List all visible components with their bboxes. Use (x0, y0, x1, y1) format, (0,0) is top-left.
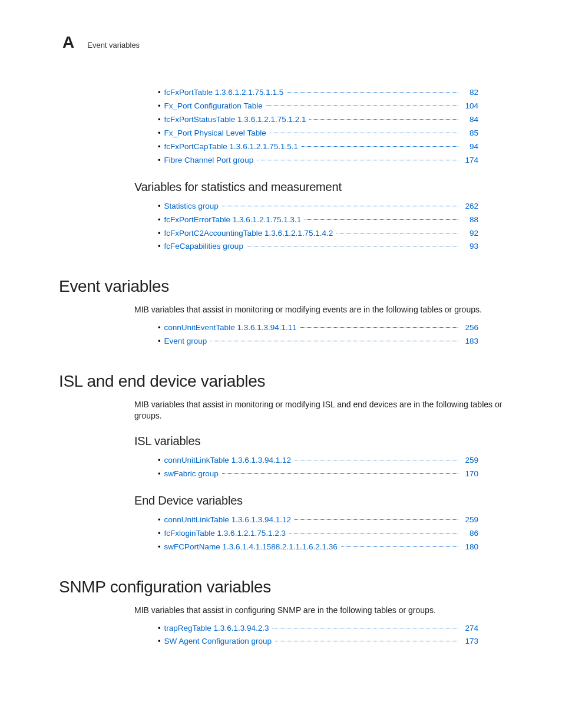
toc-link[interactable]: Fx_Port Physical Level Table (164, 127, 266, 140)
toc-item: •connUnitLinkTable 1.3.6.1.3.94.1.12259 (158, 454, 503, 467)
toc-page-number[interactable]: 274 (462, 622, 503, 635)
toc-link[interactable]: SW Agent Configuration group (164, 635, 272, 648)
toc-page-number[interactable]: 262 (462, 200, 503, 213)
toc-item: •Fx_Port Physical Level Table85 (158, 127, 503, 140)
isl-heading: ISL and end device variables (59, 372, 503, 391)
leader-dots (295, 460, 458, 460)
bullet-icon: • (158, 541, 161, 554)
leader-dots (287, 92, 458, 93)
leader-dots (266, 106, 458, 106)
toc-item: •fcFxPortCapTable 1.3.6.1.2.1.75.1.5.194 (158, 140, 503, 154)
toc-page-number[interactable]: 256 (462, 321, 503, 335)
toc-item: •connUnitEventTable 1.3.6.1.3.94.1.11256 (158, 321, 503, 335)
toc-page-number[interactable]: 180 (462, 541, 503, 554)
bullet-icon: • (158, 140, 161, 153)
toc-page-number[interactable]: 82 (462, 86, 503, 100)
toc-page-number[interactable]: 93 (462, 240, 503, 253)
toc-page-number[interactable]: 170 (462, 467, 503, 481)
toc-page-number[interactable]: 183 (462, 335, 503, 348)
toc-link[interactable]: Event group (164, 335, 207, 348)
toc-page-number[interactable]: 259 (462, 454, 503, 467)
toc-link[interactable]: Statistics group (164, 200, 219, 213)
leader-dots (341, 546, 458, 547)
bullet-icon: • (158, 113, 161, 126)
toc-item: •Event group183 (158, 335, 503, 348)
toc-item: •fcFxPortStatusTable 1.3.6.1.2.1.75.1.2.… (158, 113, 503, 127)
leader-dots (272, 628, 458, 628)
bullet-icon: • (158, 467, 161, 480)
snmp-para: MIB variables that assist in configuring… (134, 605, 503, 616)
toc-link[interactable]: fcFxPortStatusTable 1.3.6.1.2.1.75.1.2.1 (164, 113, 306, 127)
section-letter: A (62, 34, 74, 51)
toc-link[interactable]: connUnitLinkTable 1.3.6.1.3.94.1.12 (164, 513, 291, 527)
toc-page-number[interactable]: 94 (462, 140, 503, 154)
toc-item: •SW Agent Configuration group173 (158, 635, 503, 648)
toc-item: •connUnitLinkTable 1.3.6.1.3.94.1.12259 (158, 513, 503, 527)
event-para: MIB variables that assist in monitoring … (134, 304, 503, 315)
toc-page-number[interactable]: 84 (462, 113, 503, 127)
page: A Event variables •fcFxPortTable 1.3.6.1… (0, 0, 562, 728)
toc-item: •swFCPortName 1.3.6.1.4.1.1588.2.1.1.1.6… (158, 541, 503, 554)
bullet-icon: • (158, 513, 161, 526)
bullet-icon: • (158, 635, 161, 648)
snmp-heading: SNMP configuration variables (59, 578, 503, 597)
bullet-icon: • (158, 86, 161, 99)
leader-dots (275, 641, 458, 641)
toc-link[interactable]: connUnitLinkTable 1.3.6.1.3.94.1.12 (164, 454, 291, 467)
toc-page-number[interactable]: 174 (462, 154, 503, 167)
toc-page-number[interactable]: 85 (462, 127, 503, 140)
toc-page-number[interactable]: 88 (462, 213, 503, 227)
toc-link[interactable]: trapRegTable 1.3.6.1.3.94.2.3 (164, 622, 269, 635)
leader-dots (289, 533, 458, 533)
toc-link[interactable]: connUnitEventTable 1.3.6.1.3.94.1.11 (164, 321, 297, 335)
bullet-icon: • (158, 227, 161, 240)
toc-item: •trapRegTable 1.3.6.1.3.94.2.3274 (158, 622, 503, 635)
toc-list: •Statistics group262•fcFxPortErrorTable … (158, 200, 503, 254)
toc-item: •fcFxPortC2AccountingTable 1.3.6.1.2.1.7… (158, 227, 503, 241)
toc-page-number[interactable]: 104 (462, 100, 503, 113)
toc-link[interactable]: fcFeCapabilities group (164, 240, 243, 253)
toc-page-number[interactable]: 173 (462, 635, 503, 648)
toc-link[interactable]: fcFxloginTable 1.3.6.1.2.1.75.1.2.3 (164, 527, 286, 541)
event-heading: Event variables (59, 277, 503, 296)
toc-link[interactable]: swFCPortName 1.3.6.1.4.1.1588.2.1.1.1.6.… (164, 541, 338, 554)
toc-link[interactable]: fcFxPortCapTable 1.3.6.1.2.1.75.1.5.1 (164, 140, 298, 154)
toc-list: •connUnitLinkTable 1.3.6.1.3.94.1.12259•… (158, 513, 503, 554)
leader-dots (309, 119, 458, 120)
toc-item: •fcFxPortTable 1.3.6.1.2.1.75.1.1.582 (158, 86, 503, 100)
toc-list: •connUnitEventTable 1.3.6.1.3.94.1.11256… (158, 321, 503, 348)
toc-item: •Statistics group262 (158, 200, 503, 213)
snmp-block: MIB variables that assist in configuring… (134, 605, 503, 649)
bullet-icon: • (158, 622, 161, 635)
bullet-icon: • (158, 321, 161, 334)
toc-page-number[interactable]: 86 (462, 527, 503, 541)
toc-link[interactable]: Fx_Port Configuration Table (164, 100, 263, 113)
toc-page-number[interactable]: 259 (462, 513, 503, 527)
bullet-icon: • (158, 127, 161, 140)
breadcrumb: Event variables (87, 41, 140, 50)
toc-link[interactable]: fcFxPortTable 1.3.6.1.2.1.75.1.1.5 (164, 86, 284, 100)
top-list-block: •fcFxPortTable 1.3.6.1.2.1.75.1.1.582•Fx… (134, 86, 503, 253)
leader-dots (270, 133, 458, 133)
bullet-icon: • (158, 527, 161, 540)
toc-item: •swFabric group170 (158, 467, 503, 481)
toc-link[interactable]: swFabric group (164, 467, 219, 481)
bullet-icon: • (158, 154, 161, 167)
isl-sub2-heading: End Device variables (134, 494, 503, 508)
leader-dots (302, 146, 458, 147)
toc-page-number[interactable]: 92 (462, 227, 503, 241)
isl-sub1-heading: ISL variables (134, 434, 503, 448)
leader-dots (300, 327, 458, 328)
toc-item: •fcFeCapabilities group93 (158, 240, 503, 253)
bullet-icon: • (158, 200, 161, 213)
isl-block: MIB variables that assist in monitoring … (134, 399, 503, 554)
bullet-icon: • (158, 213, 161, 226)
toc-link[interactable]: fcFxPortC2AccountingTable 1.3.6.1.2.1.75… (164, 227, 333, 241)
leader-dots (305, 219, 458, 220)
bullet-icon: • (158, 335, 161, 348)
toc-list: •trapRegTable 1.3.6.1.3.94.2.3274•SW Age… (158, 622, 503, 649)
leader-dots (336, 233, 458, 233)
toc-link[interactable]: fcFxPortErrorTable 1.3.6.1.2.1.75.1.3.1 (164, 213, 302, 227)
leader-dots (210, 341, 458, 341)
toc-link[interactable]: Fibre Channel Port group (164, 154, 254, 167)
